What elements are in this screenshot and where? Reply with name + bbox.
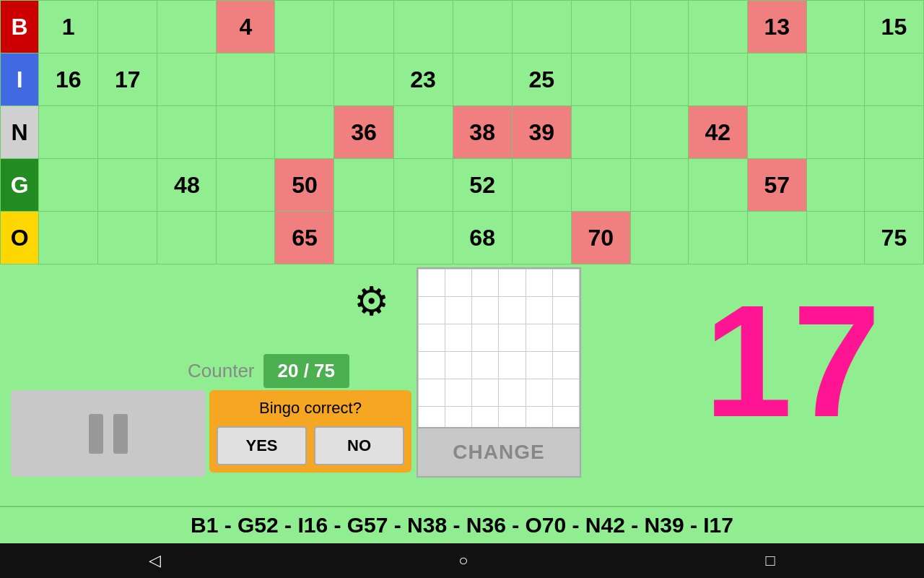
grid-cell[interactable]	[217, 53, 275, 106]
grid-cell[interactable]	[630, 212, 688, 264]
grid-cell[interactable]	[688, 159, 747, 212]
grid-cell[interactable]	[393, 106, 453, 159]
mini-cell	[419, 324, 445, 352]
grid-cell[interactable]: 17	[98, 53, 157, 106]
mini-cell	[499, 352, 526, 379]
grid-cell[interactable]	[453, 53, 512, 106]
grid-cell[interactable]	[864, 159, 923, 212]
grid-cell[interactable]	[571, 159, 630, 212]
grid-cell[interactable]	[157, 1, 217, 53]
grid-cell[interactable]	[453, 1, 512, 53]
grid-cell[interactable]	[571, 1, 630, 53]
grid-cell[interactable]	[334, 212, 393, 264]
mini-cell	[526, 352, 552, 379]
grid-cell[interactable]	[39, 159, 98, 212]
grid-cell[interactable]	[512, 1, 571, 53]
grid-cell[interactable]	[864, 106, 923, 159]
grid-cell[interactable]	[98, 1, 157, 53]
grid-cell[interactable]	[217, 212, 275, 264]
back-icon[interactable]: ◁	[149, 551, 161, 570]
mini-cell	[419, 269, 445, 297]
grid-cell[interactable]	[806, 1, 864, 53]
grid-cell[interactable]: 75	[864, 212, 923, 264]
grid-cell[interactable]	[630, 53, 688, 106]
mini-cell	[472, 379, 499, 407]
grid-cell[interactable]: 13	[747, 1, 806, 53]
mini-cell	[419, 352, 445, 379]
grid-cell[interactable]	[393, 159, 453, 212]
nav-bar: ◁ ○ □	[0, 543, 924, 578]
grid-cell[interactable]: 42	[688, 106, 747, 159]
grid-cell[interactable]	[806, 212, 864, 264]
grid-cell[interactable]	[217, 159, 275, 212]
grid-cell[interactable]: 48	[157, 159, 217, 212]
grid-cell[interactable]	[334, 53, 393, 106]
mini-cell	[472, 352, 499, 379]
grid-cell[interactable]	[334, 159, 393, 212]
grid-cell[interactable]	[393, 1, 453, 53]
grid-cell[interactable]	[275, 53, 334, 106]
grid-cell[interactable]	[630, 159, 688, 212]
grid-cell[interactable]	[217, 106, 275, 159]
grid-cell[interactable]: 68	[453, 212, 512, 264]
grid-cell[interactable]: 52	[453, 159, 512, 212]
recent-icon[interactable]: □	[766, 551, 775, 570]
grid-cell[interactable]: 36	[334, 106, 393, 159]
grid-cell[interactable]: 1	[39, 1, 98, 53]
grid-cell[interactable]	[806, 53, 864, 106]
grid-cell[interactable]	[747, 53, 806, 106]
grid-cell[interactable]: 23	[393, 53, 453, 106]
grid-cell[interactable]	[39, 212, 98, 264]
pause-button[interactable]	[11, 390, 206, 477]
grid-cell[interactable]	[39, 106, 98, 159]
grid-cell[interactable]	[747, 212, 806, 264]
row-header-I: I	[1, 53, 39, 106]
bingo-grid: B141315I16172325N36383942G48505257O65687…	[0, 0, 924, 264]
grid-cell[interactable]: 70	[571, 212, 630, 264]
grid-cell[interactable]	[98, 212, 157, 264]
grid-cell[interactable]	[98, 106, 157, 159]
grid-cell[interactable]	[157, 106, 217, 159]
grid-cell[interactable]	[864, 53, 923, 106]
mini-cell	[499, 269, 526, 297]
grid-cell[interactable]	[630, 1, 688, 53]
grid-cell[interactable]	[806, 106, 864, 159]
change-button[interactable]: CHANGE	[417, 427, 581, 478]
ticker: B1 - G52 - I16 - G57 - N38 - N36 - O70 -…	[0, 506, 924, 543]
grid-cell[interactable]	[275, 106, 334, 159]
grid-cell[interactable]	[334, 1, 393, 53]
grid-cell[interactable]: 39	[512, 106, 571, 159]
grid-cell[interactable]: 15	[864, 1, 923, 53]
grid-cell[interactable]	[806, 159, 864, 212]
mini-cell	[526, 379, 552, 407]
grid-cell[interactable]	[747, 106, 806, 159]
grid-cell[interactable]	[157, 53, 217, 106]
grid-cell[interactable]	[571, 106, 630, 159]
mini-cell	[526, 324, 552, 352]
grid-cell[interactable]	[275, 1, 334, 53]
grid-cell[interactable]: 57	[747, 159, 806, 212]
grid-cell[interactable]	[630, 106, 688, 159]
grid-cell[interactable]: 4	[217, 1, 275, 53]
grid-cell[interactable]: 16	[39, 53, 98, 106]
grid-cell[interactable]	[688, 53, 747, 106]
mini-cell	[526, 269, 552, 297]
grid-cell[interactable]: 65	[275, 212, 334, 264]
grid-cell[interactable]: 50	[275, 159, 334, 212]
grid-cell[interactable]	[512, 212, 571, 264]
grid-cell[interactable]	[688, 212, 747, 264]
mini-cell	[472, 269, 499, 297]
home-icon[interactable]: ○	[458, 551, 468, 570]
grid-cell[interactable]	[512, 159, 571, 212]
grid-cell[interactable]	[571, 53, 630, 106]
grid-cell[interactable]	[98, 159, 157, 212]
grid-cell[interactable]	[393, 212, 453, 264]
yes-button[interactable]: YES	[217, 426, 307, 465]
grid-cell[interactable]	[688, 1, 747, 53]
grid-cell[interactable]	[157, 212, 217, 264]
no-button[interactable]: NO	[314, 426, 404, 465]
grid-cell[interactable]: 38	[453, 106, 512, 159]
gear-icon[interactable]: ⚙	[354, 278, 389, 324]
grid-cell[interactable]: 25	[512, 53, 571, 106]
grid-row: G48505257	[1, 159, 924, 212]
